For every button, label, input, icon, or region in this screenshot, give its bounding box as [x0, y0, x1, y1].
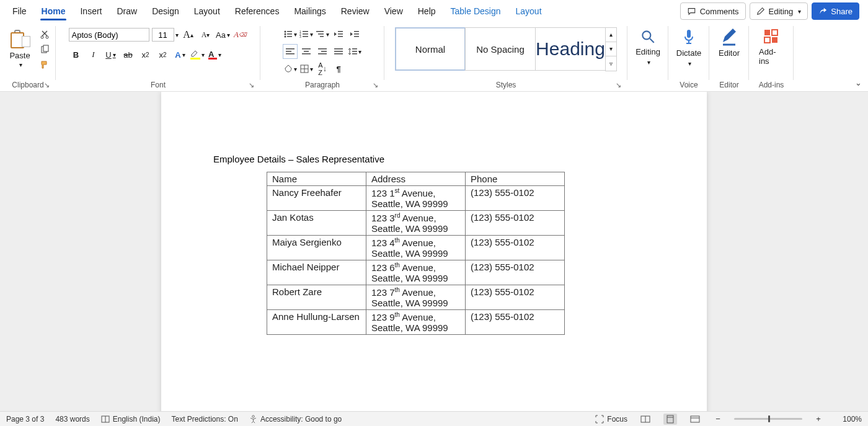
language-indicator[interactable]: English (India): [101, 415, 161, 424]
chevron-down-icon[interactable]: ▾: [175, 32, 179, 38]
tab-references[interactable]: References: [228, 0, 287, 22]
table-row[interactable]: Maiya Sergienko123 4th Avenue,Seattle, W…: [267, 236, 565, 260]
align-left-button[interactable]: [283, 45, 297, 58]
shading-button[interactable]: ▾: [283, 62, 297, 76]
show-marks-button[interactable]: ¶: [332, 62, 345, 76]
table-row[interactable]: Anne Hullung-Larsen123 9th Avenue,Seattl…: [267, 310, 565, 335]
cell-phone[interactable]: (123) 555-0102: [466, 310, 565, 335]
bold-button[interactable]: B: [69, 47, 84, 62]
table-header-row[interactable]: Name Address Phone: [267, 172, 565, 186]
sort-button[interactable]: AZ↓: [316, 62, 329, 76]
cell-address[interactable]: 123 4th Avenue,Seattle, WA 99999: [366, 236, 466, 260]
decrease-indent-button[interactable]: [332, 27, 345, 41]
col-address[interactable]: Address: [366, 172, 466, 186]
comments-button[interactable]: Comments: [680, 2, 746, 20]
read-mode-button[interactable]: [639, 414, 652, 425]
style-no-spacing[interactable]: No Spacing: [465, 27, 536, 71]
accessibility-status[interactable]: Accessibility: Good to go: [249, 415, 342, 424]
table-row[interactable]: Jan Kotas123 3rd Avenue,Seattle, WA 9999…: [267, 211, 565, 236]
change-case-button[interactable]: Aa▾: [216, 27, 231, 42]
borders-button[interactable]: ▾: [299, 62, 313, 76]
cell-name[interactable]: Maiya Sergienko: [267, 236, 366, 260]
font-launcher[interactable]: ↘: [249, 81, 254, 89]
table-row[interactable]: Robert Zare123 7th Avenue,Seattle, WA 99…: [267, 285, 565, 310]
strikethrough-button[interactable]: ab: [121, 47, 136, 62]
styles-scroll-up[interactable]: ▴: [605, 28, 616, 42]
cell-address[interactable]: 123 9th Avenue,Seattle, WA 99999: [366, 310, 466, 335]
document-heading[interactable]: Employee Details – Sales Representative: [213, 154, 655, 164]
focus-mode-button[interactable]: Focus: [595, 415, 627, 424]
tab-insert[interactable]: Insert: [73, 0, 109, 22]
editor-button[interactable]: Editor: [712, 25, 746, 71]
collapse-ribbon-button[interactable]: ⌄: [855, 78, 862, 87]
zoom-in-button[interactable]: +: [813, 414, 823, 424]
tab-file[interactable]: File: [5, 0, 34, 22]
format-painter-button[interactable]: [38, 58, 51, 71]
line-spacing-button[interactable]: ▾: [348, 45, 361, 58]
italic-button[interactable]: I: [86, 47, 101, 62]
editing-mode-button[interactable]: Editing ▾: [750, 2, 808, 20]
word-count[interactable]: 483 words: [55, 415, 89, 424]
increase-indent-button[interactable]: [348, 27, 361, 41]
shrink-font-button[interactable]: A▾: [198, 27, 213, 42]
addins-button[interactable]: Add-ins: [753, 25, 790, 71]
cell-address[interactable]: 123 3rd Avenue,Seattle, WA 99999: [366, 211, 466, 236]
cell-name[interactable]: Robert Zare: [267, 285, 366, 310]
grow-font-button[interactable]: A▴: [181, 27, 196, 42]
bullets-button[interactable]: ▾: [283, 27, 297, 41]
tab-view[interactable]: View: [377, 0, 410, 22]
print-layout-button[interactable]: [663, 414, 677, 425]
zoom-out-button[interactable]: −: [713, 414, 723, 424]
tab-home[interactable]: Home: [34, 0, 73, 22]
zoom-slider[interactable]: [734, 418, 802, 420]
multilevel-list-button[interactable]: ▾: [316, 27, 329, 41]
tab-table-design[interactable]: Table Design: [443, 0, 508, 22]
cell-name[interactable]: Nancy Freehafer: [267, 186, 366, 211]
font-name-input[interactable]: [69, 28, 149, 42]
col-phone[interactable]: Phone: [466, 172, 565, 186]
tab-review[interactable]: Review: [334, 0, 377, 22]
table-row[interactable]: Michael Neipper123 6th Avenue,Seattle, W…: [267, 260, 565, 285]
align-right-button[interactable]: [316, 45, 329, 58]
underline-button[interactable]: U▾: [104, 47, 118, 62]
zoom-level[interactable]: 100%: [835, 415, 862, 424]
text-predictions[interactable]: Text Predictions: On: [171, 415, 237, 424]
paste-button[interactable]: Paste ▾: [5, 25, 35, 68]
share-button[interactable]: Share: [812, 2, 859, 20]
copy-button[interactable]: [38, 43, 51, 56]
cell-name[interactable]: Jan Kotas: [267, 211, 366, 236]
cell-address[interactable]: 123 7th Avenue,Seattle, WA 99999: [366, 285, 466, 310]
font-color-button[interactable]: A▾: [208, 47, 223, 62]
cell-name[interactable]: Michael Neipper: [267, 260, 366, 285]
page[interactable]: Employee Details – Sales Representative …: [161, 92, 707, 411]
zoom-thumb[interactable]: [768, 415, 770, 422]
justify-button[interactable]: [332, 45, 345, 58]
paragraph-launcher[interactable]: ↘: [373, 81, 378, 89]
cell-phone[interactable]: (123) 555-0102: [466, 186, 565, 211]
cell-address[interactable]: 123 1st Avenue,Seattle, WA 99999: [366, 186, 466, 211]
tab-table-layout[interactable]: Layout: [508, 0, 549, 22]
styles-launcher[interactable]: ↘: [616, 81, 621, 89]
editing-button[interactable]: Editing▾: [629, 25, 666, 71]
style-normal[interactable]: Normal: [395, 27, 466, 71]
style-heading1[interactable]: Heading: [535, 27, 606, 71]
cell-phone[interactable]: (123) 555-0102: [466, 260, 565, 285]
tab-draw[interactable]: Draw: [109, 0, 144, 22]
cell-phone[interactable]: (123) 555-0102: [466, 211, 565, 236]
styles-scroll-down[interactable]: ▾: [605, 42, 616, 56]
cell-address[interactable]: 123 6th Avenue,Seattle, WA 99999: [366, 260, 466, 285]
web-layout-button[interactable]: [688, 414, 702, 425]
subscript-button[interactable]: x2: [138, 47, 153, 62]
page-indicator[interactable]: Page 3 of 3: [6, 415, 44, 424]
text-effects-button[interactable]: A▾: [173, 47, 188, 62]
clear-formatting-button[interactable]: A⌫: [233, 27, 248, 42]
col-name[interactable]: Name: [267, 172, 366, 186]
superscript-button[interactable]: x2: [156, 47, 170, 62]
numbering-button[interactable]: 123▾: [299, 27, 313, 41]
cut-button[interactable]: [38, 29, 51, 41]
cell-name[interactable]: Anne Hullung-Larsen: [267, 310, 366, 335]
tab-help[interactable]: Help: [410, 0, 443, 22]
tab-layout[interactable]: Layout: [187, 0, 228, 22]
document-canvas[interactable]: Employee Details – Sales Representative …: [0, 92, 868, 411]
font-size-input[interactable]: [152, 28, 174, 42]
